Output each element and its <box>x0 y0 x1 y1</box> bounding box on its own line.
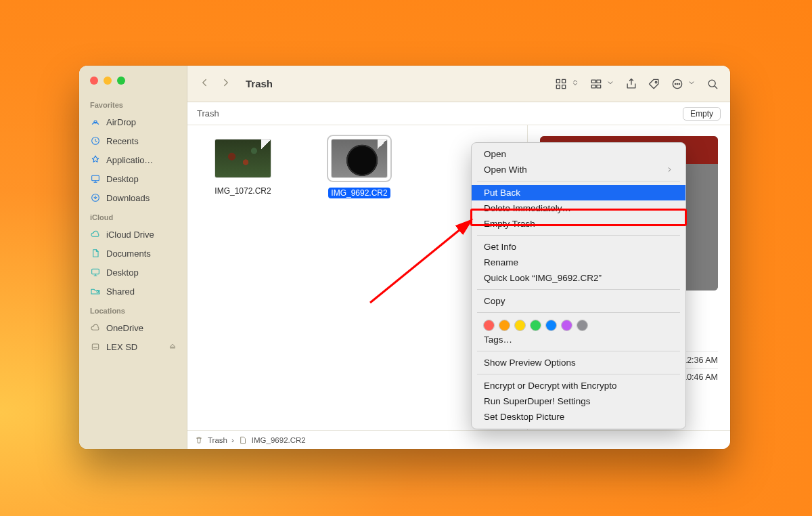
sidebar-item-icloud-drive[interactable]: iCloud Drive <box>86 225 181 243</box>
svg-rect-14 <box>597 85 601 87</box>
sidebar-item-label: OneDrive <box>106 323 143 333</box>
cloud-icon <box>90 229 101 240</box>
window-title: Trash <box>246 78 273 89</box>
path-segment[interactable]: IMG_9692.CR2 <box>252 436 306 444</box>
tag-gray[interactable] <box>577 320 587 330</box>
sidebar-item-label: AirDrop <box>106 117 136 127</box>
grid-icon <box>554 77 568 91</box>
minimize-button[interactable] <box>104 77 112 85</box>
file-icon <box>238 435 248 445</box>
empty-trash-button[interactable]: Empty <box>683 107 721 121</box>
main-pane: Trash <box>187 66 730 449</box>
subheader-title: Trash <box>197 108 219 119</box>
path-bar[interactable]: Trash › IMG_9692.CR2 <box>187 430 730 449</box>
file-item[interactable]: IMG_1072.CR2 <box>198 139 288 198</box>
svg-point-15 <box>655 81 657 83</box>
zoom-button[interactable] <box>117 77 125 85</box>
forward-button[interactable] <box>220 77 232 91</box>
sidebar: Favorites AirDrop Recents Applicatio… De… <box>79 66 187 449</box>
sidebar-item-label: iCloud Drive <box>106 230 154 240</box>
tag-purple[interactable] <box>562 320 572 330</box>
svg-point-17 <box>675 83 675 84</box>
applications-icon <box>90 154 101 165</box>
svg-rect-8 <box>562 79 566 83</box>
chevron-down-icon <box>606 78 615 87</box>
sidebar-item-onedrive[interactable]: OneDrive <box>86 319 181 337</box>
subheader: Trash Empty <box>187 102 730 125</box>
tag-yellow[interactable] <box>515 320 525 330</box>
menu-copy[interactable]: Copy <box>472 293 685 309</box>
menu-delete-immediately[interactable]: Delete Immediately… <box>472 200 685 216</box>
menu-encrypt-encrypto[interactable]: Encrypt or Decrypt with Encrypto <box>472 378 685 393</box>
sidebar-item-label: Desktop <box>106 174 139 184</box>
sidebar-item-desktop[interactable]: Desktop <box>86 170 181 188</box>
menu-set-desktop-picture[interactable]: Set Desktop Picture <box>472 409 685 425</box>
sidebar-item-icloud-desktop[interactable]: Desktop <box>86 263 181 281</box>
sidebar-item-label: LEX SD <box>106 342 137 352</box>
sidebar-item-label: Downloads <box>106 193 150 203</box>
airdrop-icon <box>90 116 101 127</box>
trash-icon <box>194 435 204 445</box>
sidebar-item-label: Applicatio… <box>106 155 153 165</box>
svg-rect-10 <box>562 85 566 88</box>
search-icon <box>706 77 719 91</box>
menu-empty-trash[interactable]: Empty Trash <box>472 216 685 232</box>
menu-rename[interactable]: Rename <box>472 255 685 270</box>
menu-tags[interactable]: Tags… <box>472 332 685 347</box>
sidebar-item-airdrop[interactable]: AirDrop <box>86 113 181 131</box>
sidebar-item-label: Recents <box>106 136 139 146</box>
file-item-selected[interactable]: IMG_9692.CR2 <box>315 139 404 198</box>
tag-button[interactable] <box>648 77 661 91</box>
view-icons-button[interactable] <box>554 77 580 91</box>
updown-icon <box>570 78 580 87</box>
sidebar-item-label: Desktop <box>106 267 139 278</box>
chevron-right-icon <box>666 166 673 173</box>
share-icon <box>625 77 638 91</box>
disk-icon <box>90 341 101 352</box>
tag-orange[interactable] <box>499 320 510 330</box>
tag-green[interactable] <box>531 320 541 330</box>
file-name: IMG_9692.CR2 <box>328 188 390 198</box>
sidebar-item-shared[interactable]: Shared <box>86 282 181 300</box>
menu-get-info[interactable]: Get Info <box>472 239 685 255</box>
svg-rect-2 <box>92 175 99 180</box>
desktop-icon <box>90 173 101 184</box>
svg-rect-9 <box>556 85 560 88</box>
menu-open-with[interactable]: Open With <box>472 162 685 177</box>
path-separator: › <box>231 436 234 444</box>
sidebar-item-label: Documents <box>106 249 151 259</box>
svg-point-19 <box>679 83 679 84</box>
more-icon <box>671 77 684 91</box>
group-button[interactable] <box>589 77 615 91</box>
svg-rect-11 <box>591 80 595 83</box>
svg-point-20 <box>708 80 715 87</box>
path-segment[interactable]: Trash <box>208 436 227 444</box>
menu-quick-look[interactable]: Quick Look “IMG_9692.CR2” <box>472 270 685 286</box>
menu-put-back[interactable]: Put Back <box>472 185 685 200</box>
sidebar-item-documents[interactable]: Documents <box>86 244 181 262</box>
sidebar-item-downloads[interactable]: Downloads <box>86 189 181 207</box>
tag-blue[interactable] <box>546 320 556 330</box>
clock-icon <box>90 135 101 146</box>
back-button[interactable] <box>198 77 210 91</box>
tag-icon <box>648 77 661 91</box>
menu-open[interactable]: Open <box>472 146 685 162</box>
section-icloud: iCloud <box>86 208 181 224</box>
group-icon <box>589 77 603 91</box>
menu-show-preview-options[interactable]: Show Preview Options <box>472 355 685 370</box>
sidebar-item-lex-sd[interactable]: LEX SD <box>86 338 181 356</box>
window-controls <box>86 72 181 94</box>
search-button[interactable] <box>706 77 719 91</box>
tag-red[interactable] <box>484 320 494 330</box>
section-favorites: Favorites <box>86 95 181 112</box>
close-button[interactable] <box>90 77 98 85</box>
shared-folder-icon <box>90 286 101 297</box>
eject-icon[interactable] <box>168 341 177 353</box>
svg-rect-7 <box>556 79 560 83</box>
section-locations: Locations <box>86 301 181 318</box>
share-button[interactable] <box>625 77 638 91</box>
sidebar-item-recents[interactable]: Recents <box>86 132 181 150</box>
sidebar-item-applications[interactable]: Applicatio… <box>86 151 181 169</box>
menu-run-superduper[interactable]: Run SuperDuper! Settings <box>472 393 685 409</box>
more-button[interactable] <box>671 77 696 91</box>
